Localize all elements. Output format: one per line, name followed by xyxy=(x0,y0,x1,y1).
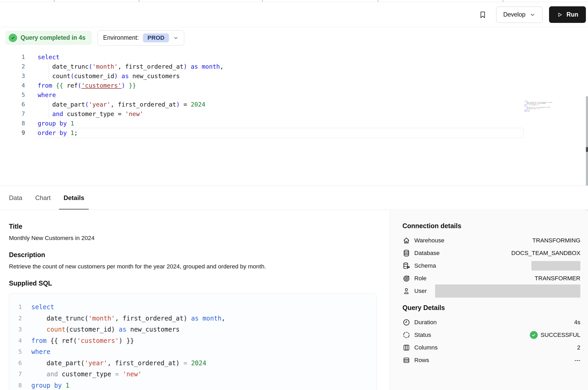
rows-icon xyxy=(402,356,410,364)
toolbar: Develop Run xyxy=(0,2,588,27)
supplied-sql-heading: Supplied SQL xyxy=(9,279,390,287)
query-row-label: Duration xyxy=(414,319,437,326)
supplied-sql-line: 6 date_part('year', first_ordered_at) = … xyxy=(9,358,377,369)
editor-line-number: 2 xyxy=(0,62,25,71)
connection-row-value: TRANSFORMER xyxy=(535,275,580,282)
query-row-value: SUCCESSFUL xyxy=(530,331,580,339)
check-circle-icon xyxy=(9,34,17,42)
redacted-value xyxy=(435,284,580,298)
redacted-value xyxy=(531,261,580,271)
query-details-heading: Query Details xyxy=(402,304,580,312)
editor-line-number: 1 xyxy=(0,52,25,62)
connection-side-panel: Connection details WarehouseTRANSFORMING… xyxy=(390,210,588,390)
description-heading: Description xyxy=(9,251,390,259)
clock-icon xyxy=(402,318,410,326)
editor-line[interactable]: select xyxy=(38,52,523,62)
chevron-down-icon xyxy=(530,12,535,18)
target-icon xyxy=(402,274,410,282)
editor-line[interactable]: where xyxy=(38,90,523,100)
editor-line[interactable]: from {{ ref('customers') }} xyxy=(38,81,523,90)
editor-code[interactable]: select date_trunc('month', first_ordered… xyxy=(38,52,523,138)
environment-label: Environment: xyxy=(103,34,139,41)
top-tab-strip xyxy=(0,0,588,2)
status-row: Query completed in 4s Environment: PROD xyxy=(0,27,588,48)
sql-line-number: 8 xyxy=(9,380,22,390)
editor-line[interactable]: date_trunc('month', first_ordered_at) as… xyxy=(38,62,523,71)
query-row-value: 2 xyxy=(577,344,580,351)
supplied-sql-line: 7 and customer_type = 'new' xyxy=(9,369,377,380)
app-window: Develop Run Query completed in 4s Enviro… xyxy=(0,0,588,390)
columns-icon xyxy=(402,344,410,352)
sql-line-number: 5 xyxy=(9,346,22,358)
supplied-sql-line: 8group by 1 xyxy=(9,380,377,390)
description-value: Retrieve the count of new customers per … xyxy=(9,263,390,270)
sql-editor[interactable]: 123456789 select date_trunc('month', fir… xyxy=(0,48,588,186)
scrollbar-thumb[interactable] xyxy=(586,147,588,152)
query-row-label: Rows xyxy=(414,357,429,364)
environment-badge: PROD xyxy=(143,33,169,42)
minimap-code: select date_trunc('month', first_ordered… xyxy=(524,100,555,112)
editor-line[interactable]: group by 1 xyxy=(38,119,523,128)
sql-line-number: 6 xyxy=(9,358,22,369)
connection-row-label: Schema xyxy=(414,262,436,269)
connection-details-rows: WarehouseTRANSFORMINGDatabaseDOCS_TEAM_S… xyxy=(402,234,580,297)
develop-dropdown-button[interactable]: Develop xyxy=(496,7,542,23)
result-tabbar: DataChartDetails xyxy=(0,186,588,210)
success-check-icon xyxy=(530,331,538,339)
query-row-value: --- xyxy=(575,357,580,364)
query-row-status: StatusSUCCESSFUL xyxy=(402,329,580,341)
run-button[interactable]: Run xyxy=(549,6,586,23)
connection-row-warehouse: WarehouseTRANSFORMING xyxy=(402,234,580,247)
editor-line[interactable]: date_part('year', first_ordered_at) = 20… xyxy=(38,100,523,109)
editor-line[interactable]: order by 1; xyxy=(38,128,523,138)
editor-line-number: 3 xyxy=(0,71,25,81)
query-row-label: Status xyxy=(414,332,431,338)
loader-icon xyxy=(402,331,410,339)
supplied-sql-line: 3 count(customer_id) as new_customers xyxy=(9,324,377,335)
editor-line-numbers: 123456789 xyxy=(0,52,25,138)
supplied-sql-line: 4from {{ ref('customers') }} xyxy=(9,335,377,347)
sql-line-number: 7 xyxy=(9,369,22,380)
environment-select[interactable]: Environment: PROD xyxy=(97,30,184,46)
user-icon xyxy=(402,287,410,295)
supplied-sql-line: 2 date_trunc('month', first_ordered_at) … xyxy=(9,313,377,324)
editor-minimap[interactable]: select date_trunc('month', first_ordered… xyxy=(524,100,555,113)
schema-icon xyxy=(402,262,410,270)
bookmark-button[interactable] xyxy=(478,10,487,19)
connection-row-database: DatabaseDOCS_TEAM_SANDBOX xyxy=(402,247,580,259)
tab-chart[interactable]: Chart xyxy=(35,186,51,210)
minimap-line: order by 1; xyxy=(524,111,555,112)
supplied-sql-line: 5where xyxy=(9,346,377,358)
supplied-sql-code-block: 1select2 date_trunc('month', first_order… xyxy=(9,293,377,390)
bookmark-icon xyxy=(478,10,487,19)
query-details-rows: Duration4sStatusSUCCESSFULColumns2Rows--… xyxy=(402,316,580,367)
editor-line-number: 4 xyxy=(0,81,25,90)
supplied-sql-line: 1select xyxy=(9,302,377,313)
query-row-rows: Rows--- xyxy=(402,354,580,367)
connection-row-value: DOCS_TEAM_SANDBOX xyxy=(511,250,580,257)
develop-label: Develop xyxy=(503,11,525,18)
connection-row-value xyxy=(435,284,580,298)
editor-line-number: 6 xyxy=(0,100,25,109)
title-value: Monthly New Customers in 2024 xyxy=(9,234,390,242)
details-content: Title Monthly New Customers in 2024 Desc… xyxy=(0,210,588,390)
chevron-down-icon xyxy=(173,35,178,41)
connection-row-role: RoleTRANSFORMER xyxy=(402,272,580,285)
tab-details[interactable]: Details xyxy=(63,186,84,210)
home-icon xyxy=(402,237,410,244)
database-icon xyxy=(402,249,410,257)
title-heading: Title xyxy=(9,222,390,230)
connection-row-value: TRANSFORMING xyxy=(532,237,581,244)
tab-separator-tick xyxy=(262,0,263,2)
sql-line-number: 4 xyxy=(9,335,22,347)
run-label: Run xyxy=(566,11,578,18)
sql-line-number: 1 xyxy=(9,302,22,313)
editor-line[interactable]: count(customer_id) as new_customers xyxy=(38,71,523,81)
tab-separator-tick xyxy=(503,0,503,2)
tab-data[interactable]: Data xyxy=(9,186,22,210)
query-row-duration: Duration4s xyxy=(402,316,580,329)
query-row-label: Columns xyxy=(414,344,438,351)
editor-line[interactable]: and customer_type = 'new' xyxy=(38,109,523,119)
play-icon xyxy=(557,12,563,18)
connection-row-label: User xyxy=(414,288,427,294)
